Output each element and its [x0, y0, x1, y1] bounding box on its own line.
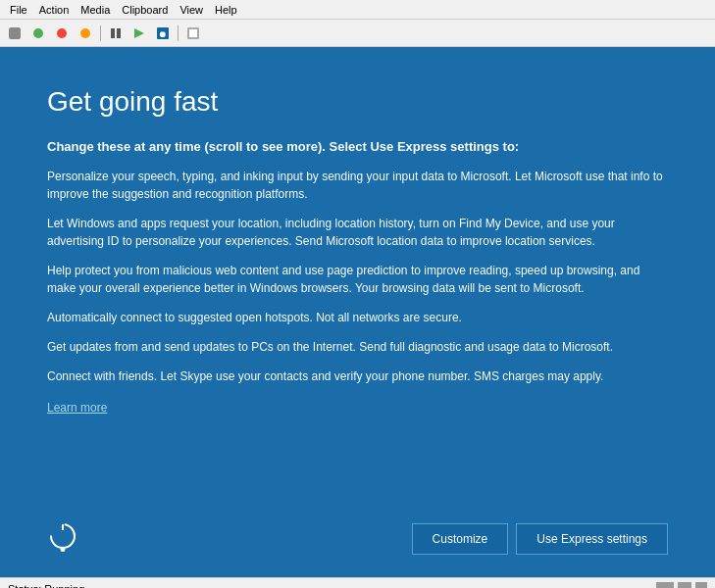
toolbar-snap[interactable]	[182, 24, 204, 43]
toolbar-sep-1	[100, 25, 101, 41]
menu-help[interactable]: Help	[209, 4, 243, 16]
svg-rect-10	[189, 29, 197, 37]
menu-clipboard[interactable]: Clipboard	[116, 4, 174, 16]
menu-action[interactable]: Action	[33, 4, 76, 16]
paragraph-3: Help protect you from malicious web cont…	[47, 262, 668, 297]
svg-rect-5	[117, 28, 121, 38]
svg-point-1	[33, 28, 43, 38]
status-icon-monitor	[656, 582, 674, 589]
main-content: Get going fast Change these at any time …	[0, 47, 715, 577]
toolbar: ⏺	[0, 20, 715, 47]
paragraph-6: Connect with friends. Let Skype use your…	[47, 368, 668, 385]
customize-button[interactable]: Customize	[412, 523, 509, 555]
toolbar-btn-1[interactable]	[4, 24, 26, 43]
paragraph-1: Personalize your speech, typing, and ink…	[47, 168, 668, 203]
toolbar-btn-3[interactable]	[51, 24, 73, 43]
status-bar: Status: Running	[0, 577, 715, 588]
status-icon-network	[678, 582, 691, 589]
status-text: Status: Running	[8, 583, 84, 589]
toolbar-btn-2[interactable]	[27, 24, 49, 43]
toolbar-sep-2	[178, 25, 179, 41]
svg-rect-0	[9, 27, 21, 39]
svg-point-2	[57, 28, 67, 38]
action-buttons: Customize Use Express settings	[412, 523, 668, 555]
toolbar-record[interactable]: ⏺	[152, 24, 174, 43]
status-icon-audio	[695, 582, 707, 589]
svg-point-3	[80, 28, 90, 38]
spinner-icon	[47, 520, 78, 558]
toolbar-play[interactable]	[128, 24, 150, 43]
paragraph-2: Let Windows and apps request your locati…	[47, 215, 668, 250]
bottom-area: Customize Use Express settings	[47, 520, 668, 558]
menu-view[interactable]: View	[174, 4, 209, 16]
toolbar-btn-4[interactable]	[75, 24, 96, 43]
menu-file[interactable]: File	[4, 4, 33, 16]
paragraph-4: Automatically connect to suggested open …	[47, 309, 668, 326]
subtitle: Change these at any time (scroll to see …	[47, 139, 668, 154]
status-icons	[656, 582, 707, 589]
menu-bar: File Action Media Clipboard View Help	[0, 0, 715, 20]
menu-media[interactable]: Media	[75, 4, 116, 16]
express-settings-button[interactable]: Use Express settings	[516, 523, 668, 555]
svg-text:⏺: ⏺	[158, 29, 167, 39]
svg-rect-4	[111, 28, 115, 38]
page-title: Get going fast	[47, 86, 668, 118]
toolbar-pause[interactable]	[105, 24, 127, 43]
svg-marker-6	[134, 28, 144, 38]
paragraph-5: Get updates from and send updates to PCs…	[47, 338, 668, 356]
learn-more-link[interactable]: Learn more	[47, 401, 668, 415]
